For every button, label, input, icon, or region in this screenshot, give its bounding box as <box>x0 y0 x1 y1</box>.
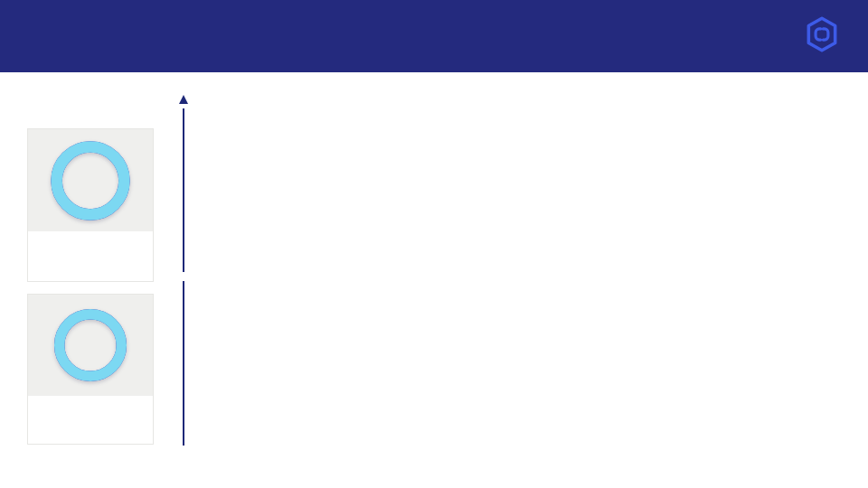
stat-card-female <box>27 128 154 282</box>
donut-chart-female <box>28 129 153 231</box>
hexagon-logo-icon <box>803 14 841 58</box>
stat-text-female <box>28 231 153 242</box>
diversity-table <box>197 94 837 448</box>
diversity-snapshot-slide <box>0 0 868 488</box>
stat-card-underrepresented <box>27 294 154 445</box>
top-bar <box>0 0 868 72</box>
donut-chart-underrepresented <box>28 295 153 396</box>
vertical-axis <box>175 95 192 446</box>
axis-line <box>183 108 184 273</box>
axis-arrow-up-icon <box>179 95 188 104</box>
stat-text-underrepresented <box>28 396 153 407</box>
axis-line <box>183 282 184 446</box>
